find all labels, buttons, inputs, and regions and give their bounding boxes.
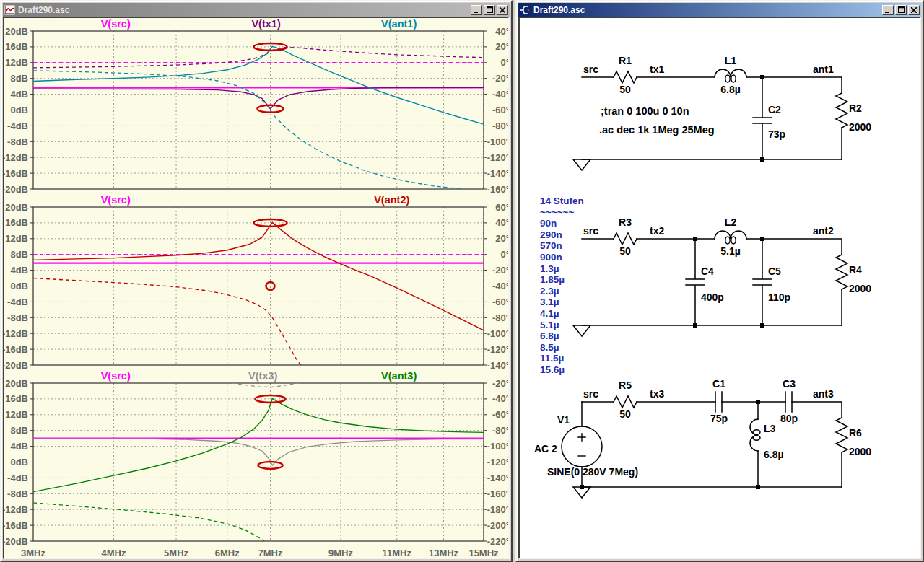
trace[interactable]: [33, 278, 301, 366]
x-axis-tick-label: 3MHz: [21, 548, 45, 558]
y-axis-phase-label: 20°: [495, 233, 510, 244]
waveform-icon: [4, 5, 15, 15]
component-value[interactable]: 2000: [849, 283, 871, 294]
trace-title[interactable]: V(tx1): [251, 18, 280, 30]
bode-plot-svg-1[interactable]: 20dB40°16dB20°12dB0°8dB-20°4dB-40°0dB-60…: [4, 18, 510, 194]
stufen-comment-list[interactable]: 14 Stufen ~~~~~~ 90n 290n 570n 900n 1.3µ…: [540, 196, 584, 376]
minimize-button[interactable]: [471, 5, 482, 15]
schematic-canvas[interactable]: src tx1 ant1 R1 50 L1 6.8µ C2 73p R2 200…: [518, 17, 921, 559]
component-value[interactable]: 6.8µ: [720, 84, 741, 95]
bode-plot-svg-3[interactable]: 20dB-20°16dB-40°12dB-60°8dB-80°4dB-100°0…: [4, 370, 510, 546]
component-name[interactable]: R4: [849, 264, 862, 276]
bode-plot-svg-2[interactable]: 20dB60°16dB40°12dB20°8dB0°4dB-20°0dB-40°…: [4, 194, 510, 370]
capacitor-C5: [753, 239, 772, 325]
component-name[interactable]: C1: [712, 378, 725, 390]
waveform-window-title: Draft290.asc: [18, 5, 69, 15]
component-value[interactable]: 6.8µ: [764, 449, 784, 460]
trace-title[interactable]: V(ant2): [374, 194, 409, 206]
y-axis-phase-label: -40°: [492, 393, 510, 404]
net-label-tx3[interactable]: tx3: [650, 388, 664, 400]
component-value[interactable]: 73p: [768, 128, 785, 140]
component-value[interactable]: 400p: [701, 291, 724, 303]
y-axis-db-label: -12dB: [4, 152, 28, 163]
y-axis-db-label: 8dB: [10, 73, 28, 84]
plus-sign: [578, 434, 585, 441]
maximize-button[interactable]: [484, 5, 495, 15]
component-sine-value[interactable]: SINE(0 280V 7Meg): [547, 466, 638, 478]
net-label-src[interactable]: src: [583, 388, 598, 400]
y-axis-db-label: -20dB: [4, 536, 28, 547]
component-value[interactable]: 110p: [768, 291, 790, 303]
trace[interactable]: [33, 87, 484, 109]
close-button[interactable]: [497, 5, 508, 15]
component-name[interactable]: R3: [619, 216, 632, 228]
trace-title[interactable]: V(src): [101, 18, 131, 30]
component-name[interactable]: C4: [701, 265, 714, 277]
component-value[interactable]: 2000: [849, 446, 871, 457]
y-axis-db-label: 12dB: [5, 57, 28, 68]
component-value[interactable]: 80p: [780, 413, 798, 424]
component-name[interactable]: C2: [768, 104, 781, 115]
component-value[interactable]: 50: [619, 408, 631, 420]
trace-title[interactable]: V(src): [101, 194, 131, 206]
y-axis-db-label: 20dB: [5, 378, 28, 389]
minimize-button[interactable]: [882, 5, 894, 15]
trace-title[interactable]: V(ant3): [381, 370, 417, 382]
plot-panel-1[interactable]: 20dB40°16dB20°12dB0°8dB-20°4dB-40°0dB-60…: [4, 18, 510, 194]
net-label-src[interactable]: src: [583, 225, 598, 237]
component-value[interactable]: 5.1µ: [720, 245, 741, 257]
maximize-button[interactable]: [895, 5, 907, 15]
trace-title[interactable]: V(src): [101, 370, 131, 382]
spice-directive-tran[interactable]: ;tran 0 100u 0 10n: [601, 105, 689, 117]
net-label-ant1[interactable]: ant1: [813, 63, 834, 75]
capacitor-C1: [715, 392, 722, 412]
component-value[interactable]: 50: [619, 84, 631, 95]
y-axis-phase-label: -60°: [492, 297, 510, 307]
resistor-R3: [614, 233, 637, 245]
net-label-tx1[interactable]: tx1: [650, 63, 664, 75]
x-axis-tick-label: 15MHz: [468, 548, 498, 558]
trace-title[interactable]: V(ant1): [381, 18, 417, 30]
net-label-ant3[interactable]: ant3: [813, 388, 834, 400]
component-name[interactable]: R2: [849, 102, 862, 114]
component-value[interactable]: 2000: [849, 121, 871, 133]
trace[interactable]: [33, 439, 484, 465]
junction-dot: [580, 485, 584, 489]
close-button[interactable]: [908, 5, 920, 15]
component-name[interactable]: R1: [619, 55, 632, 66]
component-name[interactable]: L3: [764, 423, 776, 434]
component-name[interactable]: R5: [619, 379, 632, 391]
waveform-plot-area[interactable]: 20dB40°16dB20°12dB0°8dB-20°4dB-40°0dB-60…: [3, 17, 510, 559]
trace[interactable]: [33, 71, 461, 189]
y-axis-phase-label: -140°: [487, 473, 510, 483]
component-name[interactable]: C3: [783, 378, 796, 390]
component-value[interactable]: 75p: [710, 413, 728, 424]
trace[interactable]: [33, 503, 264, 541]
schematic-window-titlebar[interactable]: Draft290.asc: [518, 3, 921, 17]
component-name[interactable]: C5: [768, 265, 781, 277]
trace[interactable]: [33, 47, 484, 68]
x-axis-tick-label: 7MHz: [258, 548, 283, 558]
component-name[interactable]: V1: [557, 414, 570, 426]
y-axis-db-label: -4dB: [7, 120, 28, 131]
waveform-window-titlebar[interactable]: Draft290.asc: [3, 3, 510, 17]
component-name[interactable]: R6: [849, 427, 862, 439]
y-axis-phase-label: -20°: [492, 378, 510, 389]
net-label-src[interactable]: src: [583, 63, 598, 75]
component-name[interactable]: L1: [725, 55, 737, 66]
y-axis-db-label: 8dB: [10, 249, 28, 260]
plot-panel-2[interactable]: 20dB60°16dB40°12dB20°8dB0°4dB-20°0dB-40°…: [4, 194, 510, 370]
net-label-ant2[interactable]: ant2: [813, 225, 834, 237]
trace[interactable]: [33, 46, 484, 124]
component-ac-value[interactable]: AC 2: [534, 443, 557, 455]
spice-directive-ac[interactable]: .ac dec 1k 1Meg 25Meg: [599, 124, 715, 136]
component-name[interactable]: L2: [725, 216, 737, 228]
component-value[interactable]: 50: [619, 245, 631, 257]
plot-panel-3[interactable]: 20dB-20°16dB-40°12dB-60°8dB-80°4dB-100°0…: [4, 370, 510, 546]
trace[interactable]: [232, 383, 299, 387]
resistor-R2: [836, 93, 847, 128]
net-label-tx2[interactable]: tx2: [650, 225, 664, 237]
y-axis-db-label: 4dB: [10, 441, 28, 452]
y-axis-db-label: 16dB: [5, 41, 28, 52]
trace-title[interactable]: V(tx3): [248, 370, 277, 382]
